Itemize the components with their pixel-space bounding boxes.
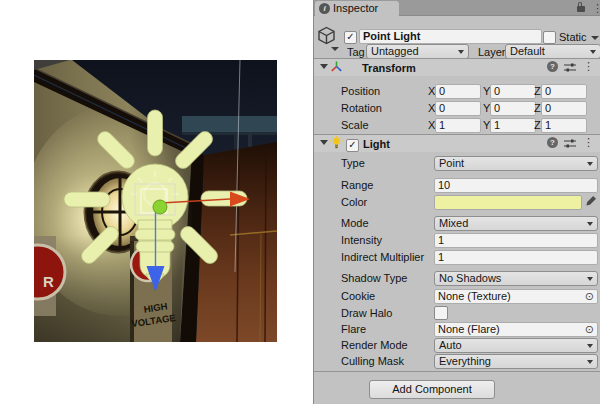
- range-label: Range: [341, 179, 373, 192]
- scale-y-field[interactable]: 1: [490, 118, 536, 133]
- layer-dropdown[interactable]: Default: [505, 44, 600, 59]
- eyedropper-icon[interactable]: [585, 195, 597, 208]
- position-y-field[interactable]: 0: [490, 84, 536, 99]
- cookie-label: Cookie: [341, 290, 375, 303]
- range-field[interactable]: 10: [434, 178, 598, 193]
- svg-text:R: R: [43, 273, 54, 290]
- presets-icon[interactable]: [564, 139, 576, 148]
- gameobject-options-caret[interactable]: [331, 47, 339, 55]
- cube-icon[interactable]: [317, 26, 336, 45]
- light-enabled-checkbox[interactable]: ✓: [346, 139, 359, 152]
- color-swatch[interactable]: [434, 195, 582, 210]
- culling-mask-dropdown[interactable]: Everything: [434, 354, 598, 369]
- dropdown-arrow-icon: [587, 344, 593, 351]
- color-label: Color: [341, 196, 367, 209]
- dropdown-arrow-icon: [587, 162, 593, 169]
- transform-icon: [330, 60, 343, 73]
- shadow-type-dropdown[interactable]: No Shadows: [434, 271, 598, 286]
- culling-mask-label: Culling Mask: [341, 355, 404, 368]
- dropdown-arrow-icon: [590, 50, 596, 57]
- tabbar-menu-icon[interactable]: ⋮: [592, 3, 600, 14]
- type-label: Type: [341, 157, 365, 170]
- transform-foldout-icon[interactable]: [320, 64, 328, 73]
- presets-icon[interactable]: [564, 63, 576, 72]
- light-menu-icon[interactable]: ⋮: [583, 137, 594, 148]
- scale-z-field[interactable]: 1: [541, 118, 587, 133]
- ceiling-beam: [182, 116, 277, 133]
- object-picker-icon[interactable]: ⊙: [585, 323, 594, 336]
- flare-label: Flare: [341, 323, 366, 336]
- rotation-z-field[interactable]: 0: [541, 101, 587, 116]
- divider: [314, 371, 600, 372]
- position-x-field[interactable]: 0: [435, 84, 481, 99]
- dropdown-arrow-icon: [458, 50, 464, 57]
- rotation-x-field[interactable]: 0: [435, 101, 481, 116]
- light-foldout-icon[interactable]: [320, 140, 328, 149]
- render-mode-dropdown[interactable]: Auto: [434, 338, 598, 353]
- scene-view[interactable]: R HIGH VOLTAGE: [34, 60, 277, 342]
- center-handle[interactable]: [153, 200, 167, 214]
- dropdown-arrow-icon: [587, 222, 593, 229]
- tag-dropdown[interactable]: Untagged: [366, 44, 469, 59]
- light-title: Light: [363, 138, 390, 151]
- mode-dropdown[interactable]: Mixed: [434, 216, 598, 231]
- transform-menu-icon[interactable]: ⋮: [583, 61, 594, 72]
- tab-label: Inspector: [333, 1, 378, 16]
- dropdown-arrow-icon: [587, 360, 593, 367]
- inspector-tabbar: i Inspector ⋮: [314, 0, 600, 16]
- rotation-y-field[interactable]: 0: [490, 101, 536, 116]
- object-picker-icon[interactable]: ⊙: [585, 290, 594, 303]
- light-bulb-icon: [330, 136, 343, 150]
- static-checkbox[interactable]: [543, 31, 556, 44]
- gameobject-name-field[interactable]: Point Light: [359, 29, 542, 44]
- add-component-button[interactable]: Add Component: [369, 380, 495, 399]
- info-icon: i: [319, 3, 330, 14]
- position-z-field[interactable]: 0: [541, 84, 587, 99]
- transform-title: Transform: [362, 62, 416, 75]
- mode-label: Mode: [341, 217, 369, 230]
- cookie-object-field[interactable]: None (Texture)⊙: [434, 289, 598, 304]
- position-label: Position: [341, 85, 380, 98]
- help-icon[interactable]: ?: [547, 137, 558, 148]
- rotation-label: Rotation: [341, 102, 382, 115]
- shadow-type-label: Shadow Type: [341, 272, 407, 285]
- intensity-label: Intensity: [341, 234, 382, 247]
- static-label: Static: [559, 31, 587, 44]
- active-checkbox[interactable]: ✓: [344, 31, 357, 44]
- scale-x-field[interactable]: 1: [435, 118, 481, 133]
- dropdown-arrow-icon: [587, 277, 593, 284]
- type-dropdown[interactable]: Point: [434, 156, 598, 171]
- draw-halo-checkbox[interactable]: [434, 306, 448, 320]
- indirect-multiplier-label: Indirect Multiplier: [341, 251, 424, 264]
- draw-halo-label: Draw Halo: [341, 307, 392, 320]
- render-mode-label: Render Mode: [341, 339, 408, 352]
- inspector-panel: i Inspector ⋮ ✓ Point Light Static Tag U…: [313, 0, 600, 404]
- tab-inspector[interactable]: i Inspector: [315, 1, 399, 16]
- intensity-field[interactable]: 1: [434, 233, 598, 248]
- scale-label: Scale: [341, 119, 369, 132]
- editor-window: R HIGH VOLTAGE: [0, 0, 600, 404]
- flare-object-field[interactable]: None (Flare)⊙: [434, 322, 598, 337]
- help-icon[interactable]: ?: [547, 61, 558, 72]
- static-dropdown-caret[interactable]: [591, 36, 599, 44]
- indirect-multiplier-field[interactable]: 1: [434, 250, 598, 265]
- lock-icon[interactable]: [577, 6, 585, 12]
